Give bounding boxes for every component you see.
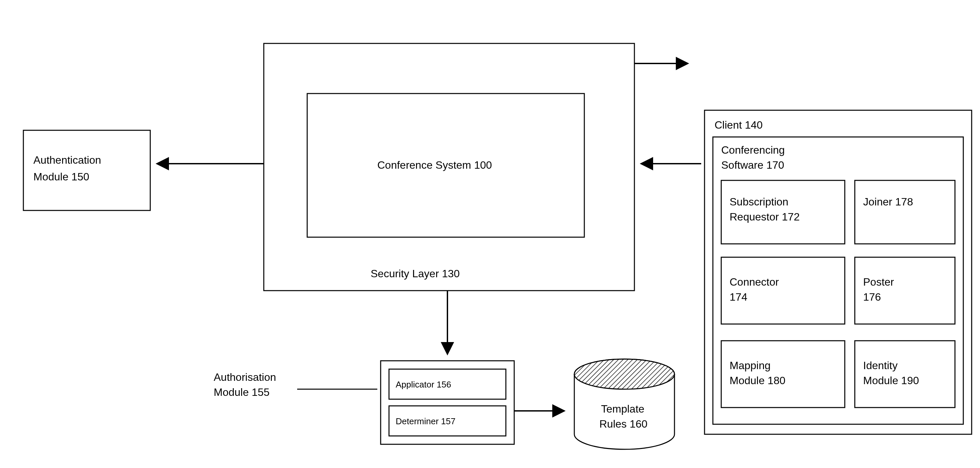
svg-rect-13	[855, 180, 955, 244]
subreq-line2: Requestor 172	[730, 211, 800, 223]
mapping-line2: Module 180	[730, 374, 785, 387]
svg-rect-17	[855, 341, 955, 408]
security-layer-title: Security Layer 130	[371, 267, 460, 280]
connector-line1: Connector	[730, 276, 779, 288]
subreq-line1: Subscription	[730, 196, 788, 208]
determiner-label: Determiner 157	[396, 416, 455, 426]
authz-line1: Authorisation	[214, 371, 276, 383]
authentication-module-box: Authentication Module 150	[23, 130, 150, 210]
identity-line2: Module 190	[863, 374, 919, 387]
conf-sw-line1: Conferencing	[721, 144, 785, 156]
poster-line2: 176	[863, 291, 881, 303]
connector-line2: 174	[730, 291, 747, 303]
template-rules-line2: Rules 160	[599, 418, 648, 430]
auth-module-line2: Module 150	[33, 171, 89, 183]
conference-system-box: Conference System 100	[307, 94, 584, 237]
poster-line1: Poster	[863, 276, 894, 288]
svg-rect-2	[23, 130, 150, 210]
mapping-line1: Mapping	[730, 360, 771, 371]
applicator-label: Applicator 156	[396, 379, 451, 390]
svg-rect-15	[855, 257, 955, 324]
architecture-diagram: Authentication Module 150 Security Layer…	[0, 0, 980, 468]
auth-module-line1: Authentication	[33, 154, 101, 166]
svg-rect-16	[721, 341, 845, 408]
client-title: Client 140	[714, 119, 763, 131]
authz-line2: Module 155	[214, 386, 269, 398]
identity-line1: Identity	[863, 360, 897, 371]
template-rules-line1: Template	[601, 403, 644, 415]
conferencing-software-box: Conferencing Software 170 Subscription R…	[713, 137, 963, 424]
svg-point-9	[574, 359, 675, 389]
joiner-title: Joiner 178	[863, 196, 913, 208]
template-rules-cylinder: Template Rules 160	[574, 359, 675, 449]
conference-system-title: Conference System 100	[377, 159, 492, 171]
conf-sw-line2: Software 170	[721, 159, 784, 171]
svg-rect-14	[721, 257, 845, 324]
authorisation-module-box: Applicator 156 Determiner 157	[381, 361, 514, 444]
